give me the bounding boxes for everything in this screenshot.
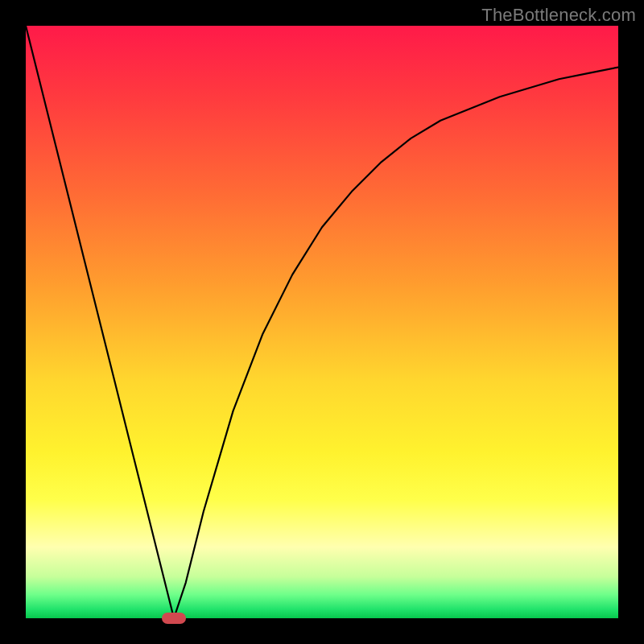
bottleneck-curve — [26, 26, 618, 618]
chart-frame: TheBottleneck.com — [0, 0, 644, 644]
watermark-text: TheBottleneck.com — [481, 5, 636, 26]
optimal-marker — [162, 613, 186, 624]
plot-area — [26, 26, 618, 618]
